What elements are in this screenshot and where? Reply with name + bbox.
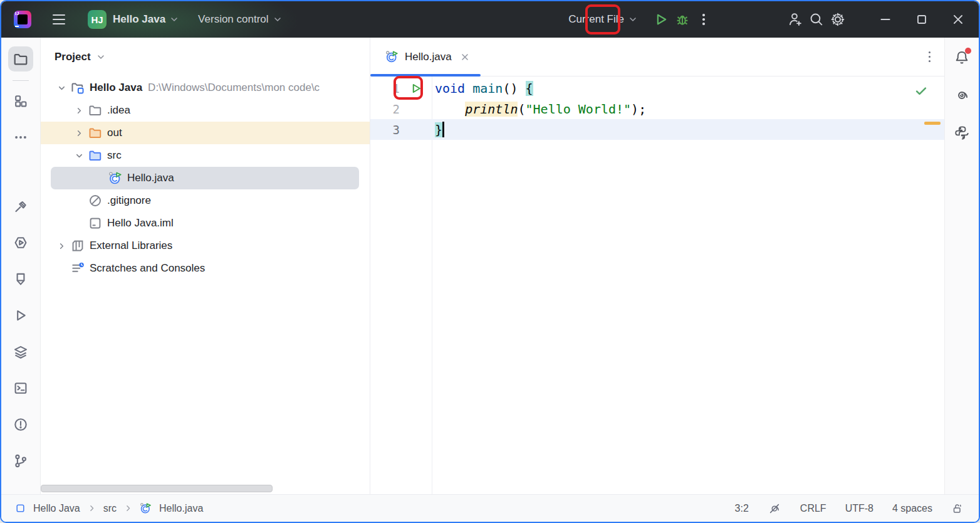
tree-row-scratches[interactable]: Scratches and Consoles: [41, 257, 370, 280]
terminal-tool-button[interactable]: [8, 376, 33, 401]
search-icon: [808, 11, 825, 28]
unlock-icon: [951, 502, 964, 515]
maximize-icon: [914, 12, 929, 27]
java-class-icon: [140, 502, 152, 514]
breadcrumbs: Hello Java src Hello.java: [15, 502, 203, 514]
ai-assistant-button[interactable]: [951, 84, 973, 107]
more-tool-windows-button[interactable]: [8, 125, 33, 150]
editor-area: Hello.java 1 void main() {: [370, 38, 944, 494]
gutter-run-button[interactable]: [400, 82, 432, 95]
line-separator-widget[interactable]: CRLF: [800, 503, 826, 514]
search-everywhere-button[interactable]: [806, 9, 827, 30]
chevron-right-icon: [75, 106, 84, 115]
tab-hello-java[interactable]: Hello.java: [370, 38, 481, 76]
python-packages-button[interactable]: [951, 122, 973, 144]
more-actions-button[interactable]: [693, 9, 714, 30]
hammer-icon: [13, 199, 28, 214]
breadcrumb-project[interactable]: Hello Java: [33, 503, 80, 514]
python-icon: [954, 125, 970, 141]
breadcrumb-file[interactable]: Hello.java: [159, 503, 203, 514]
squares-icon: [13, 93, 28, 108]
settings-button[interactable]: [827, 9, 848, 30]
ellipsis-icon: [13, 130, 28, 145]
title-bar: IJ HJ Hello Java Version control Current…: [1, 1, 979, 38]
close-icon: [461, 53, 469, 61]
excluded-folder-icon: [88, 126, 102, 140]
tree-row-src[interactable]: src: [41, 144, 370, 167]
project-tree: Hello Java D:\Windows\Documents\mon code…: [41, 77, 370, 280]
editor-options-button[interactable]: [929, 51, 931, 63]
tree-row-external-libraries[interactable]: External Libraries: [41, 235, 370, 257]
breadcrumb-src[interactable]: src: [103, 503, 117, 514]
status-bar: Hello Java src Hello.java 3:2 CRLF UTF-8…: [1, 494, 979, 522]
ai-assistant-status-button[interactable]: [768, 502, 781, 515]
project-panel-title: Project: [55, 51, 91, 63]
tree-label: out: [107, 127, 122, 139]
chevron-down-icon: [57, 83, 66, 93]
run-button[interactable]: [650, 9, 672, 30]
tree-label: .gitignore: [107, 194, 151, 207]
tree-row-gitignore[interactable]: .gitignore: [41, 189, 370, 212]
run-icon: [410, 82, 422, 95]
ignored-file-icon: [88, 194, 102, 208]
project-selector[interactable]: Hello Java: [113, 13, 179, 26]
project-badge[interactable]: HJ: [88, 10, 107, 29]
build-tool-button[interactable]: [8, 194, 33, 219]
tree-label: Hello.java: [127, 172, 174, 184]
scratches-icon: [71, 262, 85, 275]
encoding-widget[interactable]: UTF-8: [845, 503, 873, 514]
code-editor[interactable]: 1 void main() { 2 println("Hello World!"…: [370, 77, 944, 494]
module-folder-icon: [71, 81, 85, 95]
indent-widget[interactable]: 4 spaces: [892, 503, 932, 514]
readonly-toggle-button[interactable]: [951, 502, 964, 515]
tree-row-iml[interactable]: Hello Java.iml: [41, 212, 370, 235]
tree-label: Hello Java: [90, 82, 142, 94]
run-tool-button[interactable]: [8, 303, 33, 328]
version-control-menu[interactable]: Version control: [198, 13, 282, 26]
source-folder-icon: [88, 149, 102, 162]
horizontal-scrollbar[interactable]: [41, 485, 273, 492]
tab-close-button[interactable]: [461, 53, 469, 61]
version-control-label: Version control: [198, 13, 268, 26]
code-with-me-button[interactable]: [785, 9, 806, 30]
line-number: 3: [370, 123, 400, 137]
tree-row-out[interactable]: out: [41, 122, 370, 144]
gear-icon: [830, 11, 846, 28]
tree-row-hello-java[interactable]: Hello.java: [51, 167, 359, 189]
caret-position[interactable]: 3:2: [735, 503, 749, 514]
debug-button[interactable]: [672, 9, 693, 30]
ide-window: IJ HJ Hello Java Version control Current…: [0, 0, 980, 523]
packages-tool-button[interactable]: [8, 339, 33, 364]
bookmarks-tool-button[interactable]: [8, 267, 33, 292]
ai-swirl-icon: [954, 87, 970, 103]
java-class-icon: [108, 171, 122, 185]
text-caret: [442, 122, 444, 137]
chevron-down-icon: [169, 14, 179, 24]
library-icon: [71, 239, 85, 253]
project-panel: Project Hello Java D:\Windows\Documents\…: [41, 38, 370, 494]
ai-disabled-icon: [768, 502, 781, 515]
notifications-button[interactable]: [951, 46, 973, 69]
tab-label: Hello.java: [405, 51, 452, 63]
problems-tool-button[interactable]: [8, 412, 33, 437]
chevron-down-icon: [273, 14, 283, 24]
inspections-status-button[interactable]: [914, 84, 928, 98]
chevron-down-icon[interactable]: [96, 52, 106, 62]
tree-row-idea[interactable]: .idea: [41, 99, 370, 122]
close-button[interactable]: [947, 9, 969, 30]
check-icon: [914, 84, 928, 98]
run-configuration-selector[interactable]: Current File: [568, 13, 638, 26]
tree-row-project-root[interactable]: Hello Java D:\Windows\Documents\mon code…: [41, 77, 370, 99]
tree-label: Hello Java.iml: [107, 217, 174, 230]
main-menu-icon[interactable]: [49, 11, 69, 28]
maximize-button[interactable]: [911, 9, 932, 30]
code-line-1: 1 void main() {: [370, 78, 944, 98]
minimize-button[interactable]: [875, 9, 896, 30]
close-icon: [951, 12, 966, 27]
code-line-2: 2 println("Hello World!");: [370, 98, 944, 119]
warning-stripe-mark[interactable]: [924, 122, 941, 125]
version-control-tool-button[interactable]: [8, 448, 33, 473]
project-tool-button[interactable]: [8, 46, 33, 71]
services-tool-button[interactable]: [8, 230, 33, 255]
structure-tool-button[interactable]: [8, 88, 33, 114]
